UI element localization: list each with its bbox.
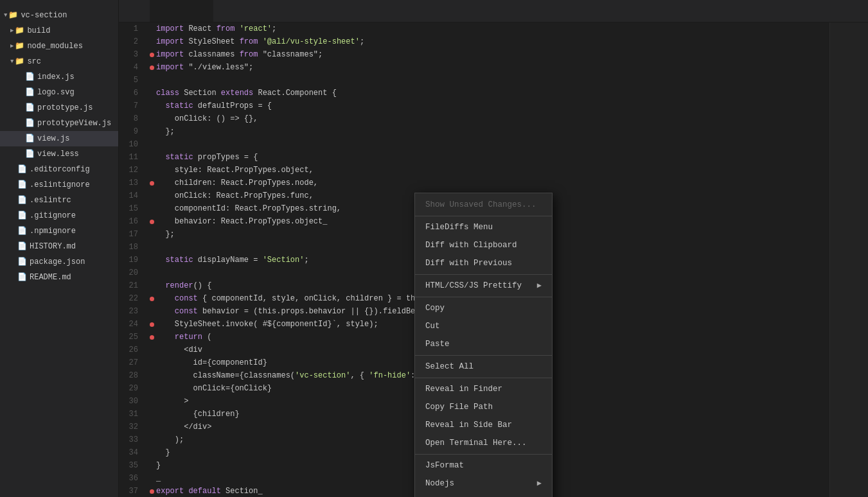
code-line: static defaultProps = { (150, 100, 829, 112)
sidebar-item-.eslintignore[interactable]: 📄.eslintignore (0, 177, 118, 193)
folder-arrow-icon: ▼ (10, 55, 13, 68)
tab-bar (119, 0, 868, 22)
context-menu-item-label: FileDiffs Menu (425, 222, 493, 233)
line-number: 4 (121, 61, 138, 74)
sidebar-item-build[interactable]: ▶📁build (0, 23, 118, 39)
sidebar-item-.npmignore[interactable]: 📄.npmignore (0, 223, 118, 239)
context-menu-item-open-terminal[interactable]: Open Terminal Here... (415, 434, 552, 452)
context-menu-item-copy[interactable]: Copy (415, 299, 552, 317)
code-text: id={componentId} (156, 356, 267, 369)
sidebar-item-logo.svg[interactable]: 📄logo.svg (0, 85, 118, 100)
context-menu-item-cut[interactable]: Cut (415, 317, 552, 335)
context-menu-item-label: JsFormat (425, 460, 464, 471)
item-label: index.js (37, 71, 75, 83)
item-label: .npmignore (30, 225, 76, 238)
line-number: 22 (121, 292, 138, 305)
sidebar-item-view.less[interactable]: 📄view.less (0, 146, 118, 162)
line-number: 35 (121, 459, 138, 472)
nav-next-button[interactable] (134, 0, 150, 22)
code-line: import StyleSheet from '@ali/vu-style-sh… (150, 35, 829, 48)
nav-prev-button[interactable] (119, 0, 134, 22)
line-number: 17 (121, 228, 138, 241)
dot-placeholder (18, 106, 22, 110)
dot-placeholder (10, 229, 15, 234)
code-text: import React from 'react'; (156, 22, 276, 35)
folder-icon: 📁 (15, 24, 24, 37)
context-menu-item-reveal-finder[interactable]: Reveal in Finder (415, 380, 552, 398)
line-numbers: 1234567891011121314151617181920212223242… (119, 22, 145, 497)
sidebar-item-view.js[interactable]: 📄view.js (0, 131, 118, 146)
context-menu-item-label: Paste (425, 338, 450, 350)
context-menu-divider (415, 378, 552, 378)
tab-viewjs[interactable] (150, 0, 214, 22)
item-label: prototype.js (37, 101, 93, 114)
context-menu-item-reveal-sidebar[interactable]: Reveal in Side Bar (415, 416, 552, 434)
item-label: package.json (30, 256, 85, 268)
code-line: class Section extends React.Component { (150, 87, 829, 100)
line-number: 1 (121, 22, 138, 35)
line-number: 26 (121, 344, 138, 356)
sidebar-item-HISTORY.md[interactable]: 📄HISTORY.md (0, 239, 118, 254)
sidebar-item-.gitignore[interactable]: 📄.gitignore (0, 208, 118, 223)
code-text: export default Section_ (156, 485, 263, 497)
sidebar-item-README.md[interactable]: 📄README.md (0, 270, 118, 285)
line-number: 7 (121, 100, 138, 112)
sidebar-item-.eslintrc[interactable]: 📄.eslintrc (0, 193, 118, 208)
code-text: import "./view.less"; (156, 61, 253, 74)
sidebar-item-.editorconfig[interactable]: 📄.editorconfig (0, 162, 118, 177)
dot-placeholder (18, 91, 22, 95)
sidebar-item-package.json[interactable]: 📄package.json (0, 254, 118, 270)
context-menu-divider (415, 355, 552, 356)
context-menu-item-diff-previous[interactable]: Diff with Previous (415, 254, 552, 272)
item-label: .gitignore (30, 209, 76, 222)
dot-placeholder (10, 275, 15, 280)
line-number: 32 (121, 421, 138, 433)
sidebar-item-vc-section[interactable]: ▼📁vc-section (0, 8, 118, 23)
item-label: view.less (37, 148, 79, 161)
folder-icon: 📁 (15, 55, 24, 68)
context-menu-divider (415, 216, 552, 216)
context-menu-item-file-diffs[interactable]: FileDiffs Menu (415, 218, 552, 236)
context-menu-item-label: Cut (425, 320, 440, 332)
dot-placeholder (18, 75, 22, 80)
error-dot (150, 322, 154, 327)
context-menu-item-diff-clipboard[interactable]: Diff with Clipboard (415, 236, 552, 254)
item-label: .eslintrc (30, 194, 71, 207)
line-number: 20 (121, 266, 138, 279)
line-number: 36 (121, 472, 138, 485)
line-number: 14 (121, 189, 138, 202)
code-text: behavior: React.PropTypes.object_ (156, 215, 327, 228)
code-text: }; (156, 228, 175, 241)
sidebar-item-prototypeView.js[interactable]: 📄prototypeView.js (0, 116, 118, 131)
sidebar-item-index.js[interactable]: 📄index.js (0, 69, 118, 85)
code-text: StyleSheet.invoke( #${componentId}`, sty… (156, 318, 378, 331)
dot-placeholder (10, 260, 15, 265)
context-menu-item-paste[interactable]: Paste (415, 335, 552, 353)
line-number: 13 (121, 177, 138, 189)
sidebar-item-prototype.js[interactable]: 📄prototype.js (0, 100, 118, 116)
context-menu-item-html-prettify[interactable]: HTML/CSS/JS Prettify▶ (415, 277, 552, 295)
dot-placeholder (10, 168, 15, 172)
context-menu-item-label: Nodejs (425, 478, 454, 489)
sidebar-item-node_modules[interactable]: ▶📁node_modules (0, 39, 118, 54)
error-dot (150, 181, 154, 186)
submenu-arrow-icon: ▶ (537, 478, 542, 489)
context-menu-item-select-all[interactable]: Select All (415, 358, 552, 376)
file-icon: 📄 (25, 71, 35, 83)
file-icon: 📄 (17, 256, 27, 268)
context-menu-item-copy-file-path[interactable]: Copy File Path (415, 398, 552, 416)
dot-placeholder (10, 183, 15, 187)
context-menu-item-jsformat[interactable]: JsFormat (415, 457, 552, 475)
code-text: const { componentId, style, onClick, chi… (156, 292, 415, 305)
code-line: import classnames from "classnames"; (150, 48, 829, 61)
code-text: > (156, 395, 188, 408)
context-menu-item-label: Diff with Previous (425, 257, 512, 269)
dot-placeholder (18, 121, 22, 126)
context-menu-item-eslint[interactable]: ESLint (415, 493, 552, 497)
item-label: node_modules (27, 40, 82, 53)
code-line: import React from 'react'; (150, 22, 829, 35)
context-menu-item-label: Select All (425, 361, 474, 372)
sidebar-item-src[interactable]: ▼📁src (0, 54, 118, 69)
context-menu-item-nodejs[interactable]: Nodejs▶ (415, 475, 552, 493)
code-text: class Section extends React.Component { (156, 87, 337, 100)
